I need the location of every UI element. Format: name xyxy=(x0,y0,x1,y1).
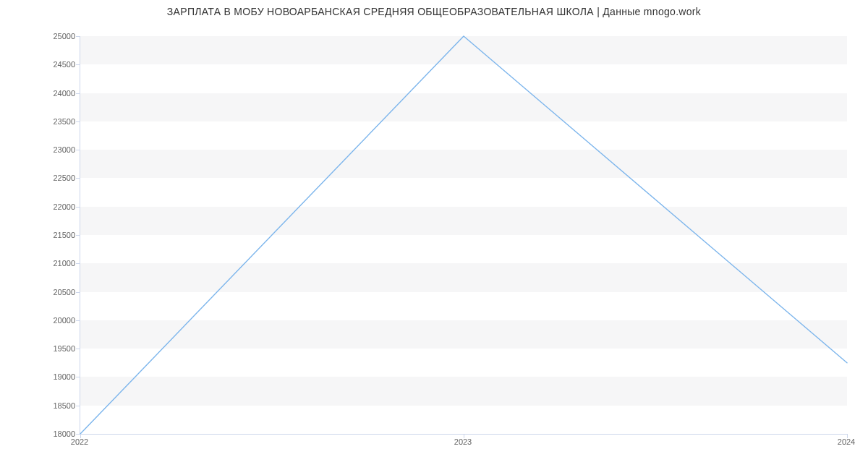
y-tick-label: 20000 xyxy=(17,316,75,325)
chart-title: ЗАРПЛАТА В МОБУ НОВОАРБАНСКАЯ СРЕДНЯЯ ОБ… xyxy=(0,6,868,17)
y-tick-label: 22500 xyxy=(17,174,75,182)
y-tick-label: 24000 xyxy=(17,89,75,98)
y-tick-label: 18500 xyxy=(17,401,75,410)
x-tick-label: 2023 xyxy=(454,437,472,446)
y-tick-label: 20500 xyxy=(17,288,75,296)
y-tick-label: 21500 xyxy=(17,231,75,239)
y-tick-label: 21000 xyxy=(17,259,75,268)
y-tick-label: 25000 xyxy=(17,32,75,40)
x-tick-label: 2022 xyxy=(71,437,88,446)
plot-area xyxy=(80,36,847,435)
salary-line-chart: ЗАРПЛАТА В МОБУ НОВОАРБАНСКАЯ СРЕДНЯЯ ОБ… xyxy=(0,0,868,470)
y-tick-label: 18000 xyxy=(17,430,75,438)
y-tick-label: 23000 xyxy=(17,145,75,154)
y-tick-label: 24500 xyxy=(17,60,75,69)
y-tick-label: 22000 xyxy=(17,202,75,211)
y-tick-label: 19000 xyxy=(17,372,75,381)
y-tick-label: 23500 xyxy=(17,117,75,126)
x-tick-label: 2024 xyxy=(838,437,855,446)
y-tick-label: 19500 xyxy=(17,344,75,353)
line-series xyxy=(80,36,847,434)
